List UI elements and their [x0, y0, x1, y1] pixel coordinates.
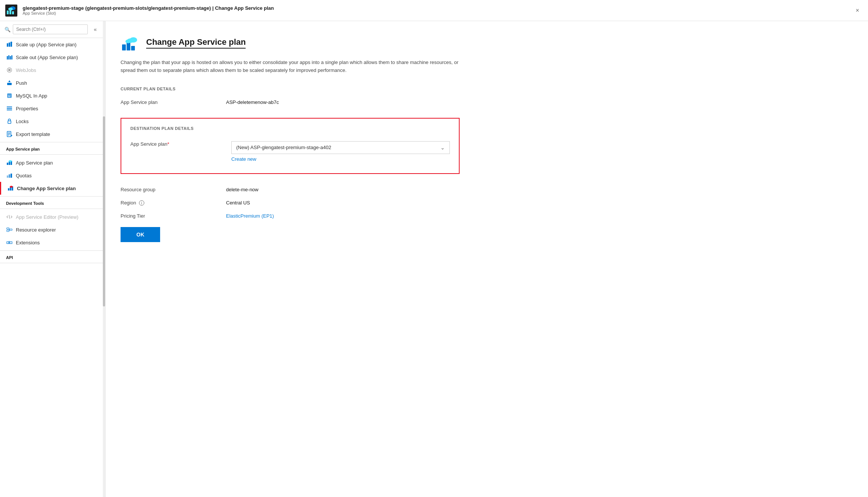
region-info-icon: i: [139, 200, 144, 206]
title-text: glengatest-premium-stage (glengatest-pre…: [23, 5, 847, 15]
sidebar-item-locks[interactable]: Locks: [0, 115, 105, 128]
page-header: Change App Service plan: [121, 33, 853, 53]
svg-rect-15: [8, 69, 11, 71]
properties-icon: [6, 105, 13, 112]
svg-line-40: [9, 215, 10, 219]
change-plan-icon: [7, 185, 14, 192]
main-layout: 🔍 « Scale up (App Service plan) Scale ou…: [0, 21, 868, 497]
destination-plan-box: DESTINATION PLAN DETAILS App Service pla…: [121, 118, 460, 174]
sidebar-divider-3: [0, 263, 105, 263]
sidebar-item-label: WebJobs: [16, 67, 36, 73]
current-plan-row: App Service plan ASP-deletemenow-ab7c: [121, 96, 853, 109]
sidebar-item-properties[interactable]: Properties: [0, 102, 105, 115]
svg-rect-46: [7, 242, 9, 244]
sidebar-item-label: Change App Service plan: [17, 186, 76, 191]
sidebar-item-mysql[interactable]: M MySQL In App: [0, 89, 105, 102]
svg-rect-3: [12, 11, 14, 14]
sidebar-item-export-template[interactable]: Export template: [0, 128, 105, 140]
sidebar-item-label: Locks: [16, 119, 29, 124]
svg-rect-12: [10, 56, 11, 59]
resource-group-value: delete-me-now: [226, 187, 258, 192]
destination-plan-section-label: DESTINATION PLAN DETAILS: [130, 126, 450, 131]
svg-rect-41: [7, 228, 9, 229]
svg-rect-7: [9, 43, 10, 47]
app-icon: [5, 4, 18, 17]
current-plan-section-label: CURRENT PLAN DETAILS: [121, 87, 853, 91]
pricing-tier-row: Pricing Tier ElasticPremium (EP1): [121, 209, 853, 223]
svg-rect-49: [122, 44, 126, 50]
svg-rect-6: [7, 43, 8, 47]
region-row: Region i Central US: [121, 196, 853, 210]
sidebar-item-label: Scale up (App Service plan): [16, 42, 76, 47]
sidebar-item-label: App Service plan: [16, 160, 53, 166]
main-content: Change App Service plan Changing the pla…: [105, 21, 868, 497]
search-input[interactable]: [13, 24, 88, 34]
svg-marker-17: [8, 80, 11, 82]
scale-up-icon: [6, 41, 13, 48]
svg-rect-36: [8, 188, 9, 191]
svg-rect-13: [11, 55, 12, 59]
sidebar-scroll-track: [103, 21, 105, 497]
svg-rect-20: [7, 107, 12, 107]
create-new-link[interactable]: Create new: [231, 156, 450, 162]
pricing-tier-value[interactable]: ElasticPremium (EP1): [226, 213, 274, 219]
sidebar-section-dev-tools: Development Tools: [0, 196, 105, 207]
resource-group-label: Resource group: [121, 187, 226, 192]
current-plan-value: ASP-deletemenow-ab7c: [226, 99, 279, 105]
sidebar-item-webjobs: WebJobs: [0, 64, 105, 76]
resource-explorer-icon: [6, 226, 13, 233]
editor-icon: [6, 213, 13, 220]
sidebar-item-scale-up[interactable]: Scale up (App Service plan): [0, 38, 105, 51]
pricing-tier-label: Pricing Tier: [121, 213, 226, 219]
svg-point-32: [9, 160, 12, 162]
sidebar-collapse-button[interactable]: «: [90, 24, 101, 35]
ok-button[interactable]: OK: [121, 227, 160, 242]
page-title: Change App Service plan: [146, 37, 246, 49]
dropdown-arrow-icon: ⌄: [440, 145, 445, 151]
sidebar-scroll-thumb[interactable]: [103, 116, 105, 307]
close-button[interactable]: ×: [851, 5, 863, 17]
sidebar-item-change-app-service-plan[interactable]: Change App Service plan: [0, 182, 105, 195]
svg-rect-22: [7, 110, 12, 110]
sidebar-item-push[interactable]: Push: [0, 76, 105, 89]
current-plan-section: CURRENT PLAN DETAILS App Service plan AS…: [121, 87, 853, 109]
window-subtitle: App Service (Slot): [23, 11, 847, 15]
svg-rect-23: [8, 121, 11, 123]
page-header-icon: [121, 33, 140, 53]
svg-rect-43: [10, 229, 12, 230]
sidebar-item-extensions[interactable]: Extensions: [0, 236, 105, 249]
svg-rect-25: [8, 133, 10, 133]
sidebar-item-label: Scale out (App Service plan): [16, 55, 78, 60]
sidebar-navigation: Scale up (App Service plan) Scale out (A…: [0, 38, 105, 497]
sidebar-item-resource-explorer[interactable]: Resource explorer: [0, 223, 105, 236]
sidebar-item-app-service-plan[interactable]: App Service plan: [0, 156, 105, 169]
sidebar-item-label: Properties: [16, 106, 38, 111]
dropdown-selected-value: (New) ASP-glengatest-premium-stage-a402: [236, 145, 331, 150]
webjobs-icon: [6, 67, 13, 73]
sidebar-item-quotas[interactable]: Quotas: [0, 169, 105, 182]
region-label: Region i: [121, 200, 226, 206]
svg-rect-1: [7, 11, 9, 14]
export-template-icon: [6, 131, 13, 137]
svg-rect-51: [131, 46, 135, 50]
svg-rect-16: [7, 83, 12, 85]
svg-rect-21: [7, 108, 12, 109]
extensions-icon: [6, 239, 13, 246]
app-service-plan-dropdown-container: (New) ASP-glengatest-premium-stage-a402 …: [231, 141, 450, 162]
sidebar-item-scale-out[interactable]: Scale out (App Service plan): [0, 51, 105, 64]
current-plan-label: App Service plan: [121, 99, 226, 105]
sidebar-item-label: Push: [16, 80, 27, 86]
locks-icon: [6, 118, 13, 125]
region-value: Central US: [226, 200, 250, 206]
window-title: glengatest-premium-stage (glengatest-pre…: [23, 5, 847, 11]
app-service-plan-dropdown[interactable]: (New) ASP-glengatest-premium-stage-a402 …: [231, 141, 450, 154]
destination-plan-row: App Service plan* (New) ASP-glengatest-p…: [130, 135, 450, 166]
svg-rect-48: [10, 242, 12, 244]
svg-rect-26: [8, 134, 10, 134]
svg-marker-9: [10, 41, 12, 43]
svg-point-39: [10, 186, 13, 188]
sidebar-item-label: App Service Editor (Preview): [16, 214, 78, 220]
svg-point-54: [125, 40, 131, 43]
push-icon: [6, 79, 13, 86]
sidebar-search-bar: 🔍 «: [0, 21, 105, 38]
